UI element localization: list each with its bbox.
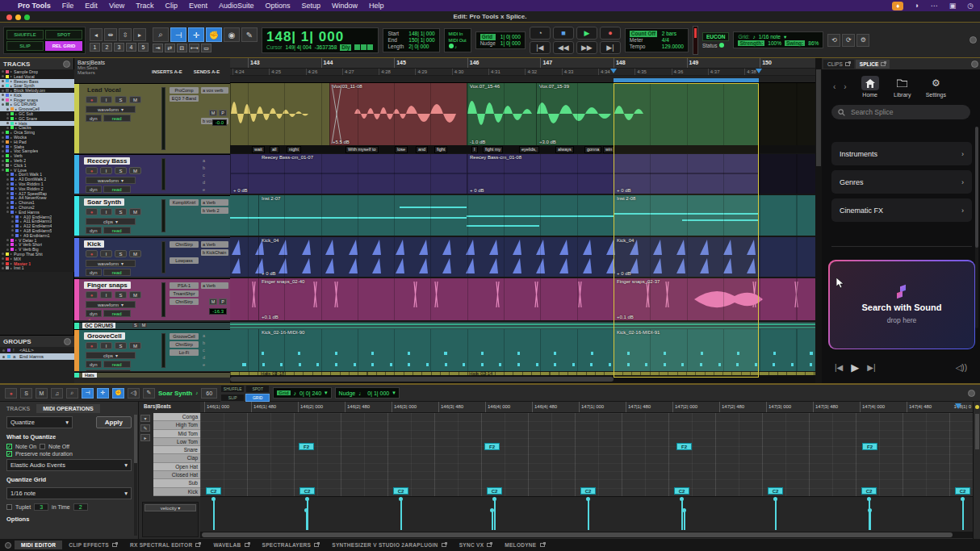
zoom-preset-button[interactable]: 3 xyxy=(114,43,124,52)
group-list-item[interactable]: a End Harms xyxy=(0,353,74,360)
quantize-source-select[interactable]: Elastic Audio Events▾ xyxy=(6,459,132,471)
audio-clip[interactable] xyxy=(230,83,329,145)
track-header-gc-drums[interactable]: GC DRUMS S M xyxy=(74,322,230,329)
clip-gain[interactable]: + 0 dB xyxy=(262,271,276,276)
nav-back-icon[interactable]: ‹ xyxy=(833,82,836,91)
lyric-chip[interactable]: and xyxy=(416,146,428,153)
loop-playback-icon[interactable]: ⟳ xyxy=(842,34,855,47)
undock-icon[interactable] xyxy=(487,543,492,547)
send-slot-letter[interactable]: a xyxy=(203,158,228,163)
scrubber-tool[interactable]: ◉ xyxy=(224,27,240,42)
menu-view[interactable]: View xyxy=(109,2,124,10)
track-header-hats[interactable]: Hats xyxy=(74,372,230,378)
trim-tool[interactable]: ⊣ xyxy=(170,27,186,42)
apply-button[interactable]: Apply xyxy=(96,416,132,428)
bar-tick[interactable]: 143 xyxy=(248,58,321,68)
send-slot-letter[interactable]: d xyxy=(203,355,228,360)
midi-toolbar-options-button[interactable] xyxy=(968,390,975,397)
selector-tool[interactable]: ✛ xyxy=(188,27,204,42)
record-enable-button[interactable]: ● xyxy=(86,342,98,349)
stop-button[interactable]: ■ xyxy=(553,27,574,40)
track-name[interactable]: Kick xyxy=(84,240,104,248)
tempo-value[interactable]: 129.0000 xyxy=(662,44,684,50)
send-slot[interactable]: a Verb xyxy=(201,199,228,206)
elastic-audio-chip[interactable]: none xyxy=(86,369,131,371)
moon-icon[interactable]: ◗ xyxy=(915,2,919,10)
insert-slot[interactable]: ChnlStrp xyxy=(170,298,199,305)
insert-slot[interactable]: PSA-1 xyxy=(170,282,199,289)
mirrored-midi-button[interactable]: ▭ xyxy=(201,44,211,52)
send-slot[interactable]: b KickChain xyxy=(201,249,228,256)
sec-tick[interactable]: 4:37 xyxy=(708,69,744,75)
midi-bar-tick[interactable]: 146|2| 480 xyxy=(345,402,392,412)
drum-lane-name[interactable]: Mid Tom xyxy=(153,430,200,438)
sec-tick[interactable]: 4:29 xyxy=(415,69,451,75)
bottom-dock-tab[interactable]: CLIP EFFECTS xyxy=(62,541,124,549)
send-slot-letter[interactable]: c xyxy=(203,173,228,177)
send-slot[interactable]: a vox verb xyxy=(201,87,228,94)
bottom-dock-tab[interactable]: SPECTRALAYERS xyxy=(256,541,326,549)
more-menu-icon[interactable]: ⋯ xyxy=(931,2,938,10)
insert-slot[interactable]: Lo-Fi xyxy=(170,349,199,356)
quantize-grid-select[interactable]: 1/16 note▾ xyxy=(6,487,132,499)
dyn-chip[interactable]: dyn xyxy=(86,310,102,317)
send-slot-letter[interactable]: b xyxy=(203,165,228,170)
track-list-item[interactable]: ▸ Inst 1 xyxy=(0,265,74,270)
insert-slot[interactable]: TrsantShpr xyxy=(170,290,199,297)
clip-gain[interactable]: +0.1 dB xyxy=(617,315,634,319)
mute-button[interactable]: M xyxy=(129,96,141,103)
menu-clip[interactable]: Clip xyxy=(165,2,178,10)
automation-mode[interactable]: read xyxy=(103,361,131,368)
midi-edit-mode-button[interactable]: GRID xyxy=(245,394,270,402)
menu-options[interactable]: Options xyxy=(265,2,290,10)
insert-slot[interactable]: ProComp xyxy=(170,87,199,94)
return-to-zero-button[interactable]: |◀ xyxy=(530,41,551,54)
splice-nav-home[interactable]: Home xyxy=(861,76,879,98)
grid-settings-block[interactable]: Grid: ♪ 1/16 note ▾ Strength:100% Swing:… xyxy=(733,31,823,48)
midi-ruler-label[interactable]: Bars|Beats xyxy=(144,403,171,409)
velocity-lane-header[interactable]: velocity ▾ xyxy=(142,502,199,537)
audio-clip-selected[interactable]: + 0 dB xyxy=(614,154,759,194)
speaker-icon[interactable]: ◁) xyxy=(128,388,140,399)
audio-clip-selected[interactable]: Kick_04 + 0 dB xyxy=(614,237,759,277)
undock-icon[interactable] xyxy=(245,543,249,547)
midi-note[interactable]: F2 xyxy=(862,443,877,450)
lyric-chip[interactable]: With myself to xyxy=(346,146,379,153)
track-view-selector[interactable]: clips▾ xyxy=(86,352,136,359)
midi-grid-block[interactable]: Grid ♪ 0| 0| 240 ▾ xyxy=(273,387,331,399)
drum-lane-name[interactable]: Sub xyxy=(153,479,200,487)
operation-select[interactable]: Quantize▾ xyxy=(6,416,73,428)
undock-icon[interactable] xyxy=(112,543,117,547)
dyn-chip[interactable]: dyn xyxy=(86,115,102,122)
insert-slot[interactable]: KompltKntrl xyxy=(170,199,199,206)
preserve-duration-checkbox[interactable]: ✓ xyxy=(6,451,12,457)
audio-clip[interactable]: Finger snaps_02-40 +0.1 dB xyxy=(258,278,467,320)
drum-lane-name[interactable]: Closed Hat xyxy=(153,471,200,479)
gear-icon[interactable]: ⚙ xyxy=(856,34,869,47)
midi-bar-tick[interactable]: 147|4| 480 xyxy=(907,402,953,412)
nudge-value[interactable]: 1| 0| 000 xyxy=(500,40,521,47)
selector-tool[interactable]: ✛ xyxy=(97,388,109,399)
sec-tick[interactable]: 4:26 xyxy=(306,69,342,75)
splice-nav-library[interactable]: Library xyxy=(894,76,911,98)
input-monitor-button[interactable]: I xyxy=(100,342,112,349)
grid-value[interactable]: 1| 0| 000 xyxy=(500,34,521,40)
solo-button[interactable]: S xyxy=(115,167,127,174)
send-slot[interactable]: b Verb 2 xyxy=(201,207,228,214)
clip-gain[interactable]: +3.0 dB xyxy=(539,140,556,144)
track-header-finger-snaps[interactable]: Finger snaps ● I S M waveform▾ dyn read … xyxy=(74,278,230,320)
send-slot-letter[interactable]: b xyxy=(203,340,228,345)
pencil-tool[interactable]: ✎ xyxy=(143,388,155,399)
sec-tick[interactable]: 4:25 xyxy=(269,69,305,75)
midi-bar-tick[interactable]: 147|3| 480 xyxy=(813,402,860,412)
midi-bar-tick[interactable]: 146|2| 000 xyxy=(298,402,345,412)
midi-nudge-value[interactable]: 0| 1| 000 xyxy=(367,390,389,396)
record-enable-button[interactable]: ● xyxy=(86,208,98,215)
record-button[interactable]: ● xyxy=(600,27,621,40)
undock-icon[interactable] xyxy=(195,543,200,547)
insert-slot[interactable]: GrooveCell xyxy=(170,333,199,340)
midi-note[interactable]: C2 xyxy=(674,487,689,495)
midi-notes-area[interactable]: F2F2F2F2 C2C2C2C2C2C2C2C2C2 xyxy=(200,413,973,496)
audio-clip-selected[interactable] xyxy=(614,83,759,145)
bottom-dock-tab[interactable]: SYNC VX xyxy=(453,541,499,549)
